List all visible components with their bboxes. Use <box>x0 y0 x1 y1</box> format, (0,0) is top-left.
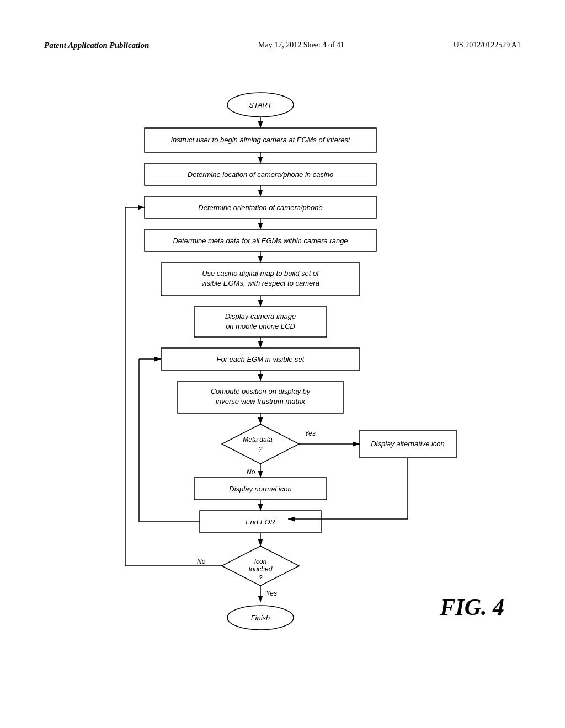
node-n9 <box>222 424 299 464</box>
node-n9-label2: ? <box>259 446 263 453</box>
header: Patent Application Publication May 17, 2… <box>0 41 565 50</box>
figure-label: FIG. 4 <box>440 594 504 620</box>
node-n5-label2: visible EGMs, with respect to camera <box>201 279 319 287</box>
patent-number: US 2012/0122529 A1 <box>454 41 521 50</box>
node-n4-label: Determine meta data for all EGMs within … <box>173 237 348 245</box>
flowchart: START Instruct user to begin aiming came… <box>89 88 476 697</box>
node-n8-label2: inverse view frustrum matrix <box>216 397 305 405</box>
page: Patent Application Publication May 17, 2… <box>0 0 565 728</box>
node-n3-label: Determine orientation of camera/phone <box>198 204 322 212</box>
yes-label-n9: Yes <box>305 430 316 437</box>
node-n12-label3: ? <box>259 574 263 582</box>
node-n9-label1: Meta data <box>243 436 273 443</box>
node-n12-label1: Icon <box>254 558 267 565</box>
node-n11-label: End FOR <box>246 518 275 526</box>
start-label: START <box>249 101 272 109</box>
node-n1-label: Instruct user to begin aiming camera at … <box>170 136 351 144</box>
flowchart-svg: START Instruct user to begin aiming came… <box>89 88 476 695</box>
node-n12-label2: touched <box>249 565 273 573</box>
node-n5-label1: Use casino digital map to build set of <box>202 269 319 277</box>
no-label-n12: No <box>197 558 206 565</box>
node-n7-label: For each EGM in visible set <box>217 355 305 363</box>
finish-label: Finish <box>251 614 270 622</box>
sheet-info: May 17, 2012 Sheet 4 of 41 <box>258 41 344 50</box>
node-n6-label2: on mobile phone LCD <box>226 322 295 330</box>
node-n10a-label: Display normal icon <box>229 485 291 493</box>
no-label-n9: No <box>247 468 255 476</box>
node-n8-label1: Compute position on display by <box>211 387 311 395</box>
publication-label: Patent Application Publication <box>44 41 149 50</box>
node-n6-label1: Display camera image <box>225 312 296 320</box>
node-n10b-label: Display alternative icon <box>371 440 445 448</box>
yes-label-n12: Yes <box>266 590 277 597</box>
node-n2-label: Determine location of camera/phone in ca… <box>188 170 333 179</box>
